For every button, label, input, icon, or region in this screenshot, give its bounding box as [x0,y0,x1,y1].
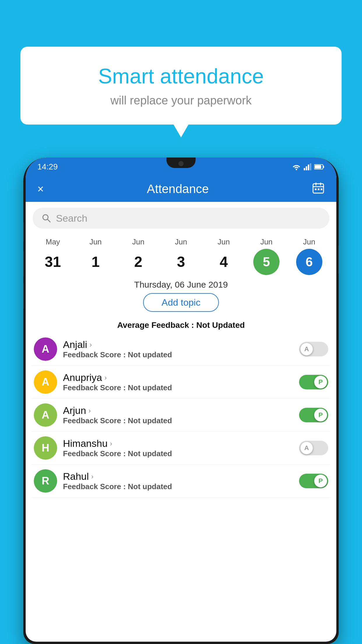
cal-day-number[interactable]: 6 [296,249,322,275]
status-time: 14:29 [37,162,58,172]
attendance-toggle[interactable]: A [299,342,328,356]
cal-day-number[interactable]: 2 [125,249,151,275]
search-bar[interactable]: Search [33,208,329,229]
cal-day-number[interactable]: 1 [82,249,109,275]
student-list-item[interactable]: HHimanshu ›Feedback Score : Not updatedA [31,432,331,465]
status-icons [292,163,325,170]
svg-rect-7 [315,165,321,169]
battery-icon [314,164,325,170]
feedback-label: Feedback Score : [63,350,128,359]
calendar-day-item[interactable]: Jun1 [81,237,110,275]
phone-btn-power [338,245,339,274]
chevron-right-icon: › [104,374,107,382]
close-button[interactable]: × [37,183,44,195]
student-info: Rahul ›Feedback Score : Not updated [63,471,293,491]
student-avatar: A [34,370,57,394]
cal-month-label: Jun [132,237,144,246]
wifi-icon [292,163,301,170]
student-avatar: R [34,469,57,493]
calendar-day-item[interactable]: Jun5 [252,237,281,275]
attendance-toggle[interactable]: A [299,441,328,455]
feedback-label: Feedback Score : [63,383,128,392]
bubble-title: Smart attendance [44,64,318,88]
svg-rect-12 [315,188,317,190]
calendar-day-item[interactable]: Jun6 [295,237,324,275]
phone-frame: 14:29 [23,158,339,644]
calendar-day-item[interactable]: Jun3 [166,237,196,275]
student-feedback: Feedback Score : Not updated [63,449,293,458]
feedback-label: Feedback Score : [63,416,128,425]
bubble-subtitle: will replace your paperwork [44,94,318,107]
attendance-toggle[interactable]: P [299,375,328,389]
svg-rect-1 [304,168,305,170]
student-feedback: Feedback Score : Not updated [63,383,293,392]
student-name: Anupriya › [63,372,293,383]
svg-point-0 [296,169,297,170]
feedback-value: Not updated [128,416,172,425]
selected-date-label: Thursday, 06 June 2019 [26,275,336,293]
phone-screen: 14:29 [26,158,336,642]
attendance-toggle[interactable]: P [299,474,328,488]
svg-rect-13 [318,188,319,190]
camera-dot [178,161,184,166]
student-avatar: H [34,436,57,460]
student-info: Arjun ›Feedback Score : Not updated [63,405,293,425]
toggle-knob: P [314,376,327,388]
cal-month-label: Jun [303,237,315,246]
student-name: Arjun › [63,405,293,416]
feedback-value: Not updated [128,350,172,359]
cal-day-number[interactable]: 5 [253,249,280,275]
student-info: Anjali ›Feedback Score : Not updated [63,339,293,359]
calendar-strip: May31Jun1Jun2Jun3Jun4Jun5Jun6 [26,235,336,275]
student-list-item[interactable]: RRahul ›Feedback Score : Not updatedP [31,465,331,498]
header-title: Attendance [147,182,209,196]
cal-day-number[interactable]: 4 [211,249,237,275]
svg-rect-4 [310,163,311,170]
calendar-day-item[interactable]: Jun2 [124,237,153,275]
student-name: Rahul › [63,471,293,482]
svg-rect-2 [306,166,307,170]
svg-rect-14 [321,188,322,190]
svg-rect-6 [323,166,324,168]
search-icon [41,213,51,223]
student-avatar: A [34,337,57,361]
cal-month-label: Jun [175,237,187,246]
student-name-text: Anupriya [63,372,102,383]
student-name: Anjali › [63,339,293,350]
student-name-text: Anjali [63,339,87,350]
avg-feedback-value: Not Updated [196,321,245,330]
student-feedback: Feedback Score : Not updated [63,416,293,425]
toggle-knob: P [314,475,327,487]
student-avatar: A [34,403,57,427]
calendar-icon[interactable] [312,181,325,197]
student-feedback: Feedback Score : Not updated [63,350,293,359]
feedback-value: Not updated [128,383,172,392]
chevron-right-icon: › [110,440,112,448]
cal-month-label: Jun [218,237,230,246]
student-list-item[interactable]: AAnupriya ›Feedback Score : Not updatedP [31,366,331,399]
cal-day-number[interactable]: 31 [40,249,66,275]
feedback-label: Feedback Score : [63,449,128,458]
student-list-item[interactable]: AAnjali ›Feedback Score : Not updatedA [31,333,331,366]
chevron-right-icon: › [89,341,92,349]
phone-btn-volume-down [23,251,24,277]
avg-feedback-label: Average Feedback : [117,321,196,330]
add-topic-button[interactable]: Add topic [143,293,219,312]
chevron-right-icon: › [88,407,91,415]
cal-month-label: Jun [89,237,102,246]
calendar-day-item[interactable]: Jun4 [209,237,238,275]
signal-icon [304,163,311,170]
feedback-value: Not updated [128,482,172,491]
svg-rect-3 [308,164,309,170]
calendar-day-item[interactable]: May31 [38,237,67,275]
student-list-item[interactable]: AArjun ›Feedback Score : Not updatedP [31,399,331,432]
student-name-text: Arjun [63,405,86,416]
cal-month-label: Jun [260,237,273,246]
attendance-toggle[interactable]: P [299,408,328,422]
camera-notch [166,158,196,168]
svg-line-16 [48,219,50,222]
student-name-text: Himanshu [63,438,108,449]
student-info: Anupriya ›Feedback Score : Not updated [63,372,293,392]
speech-bubble: Smart attendance will replace your paper… [20,47,342,125]
cal-day-number[interactable]: 3 [168,249,194,275]
